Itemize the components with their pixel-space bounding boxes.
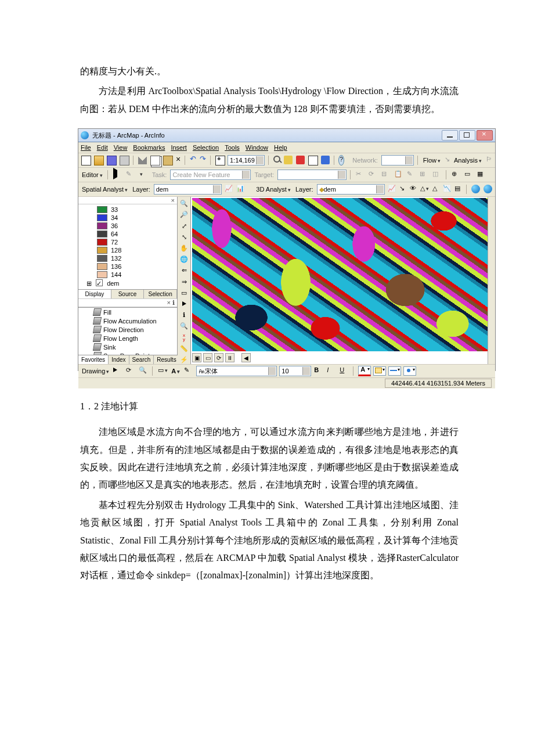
pause-button[interactable]: ⏸ [225, 353, 234, 362]
next-extent-button[interactable]: ⇒ [179, 277, 189, 286]
snap-icon[interactable]: ⊞ [419, 170, 430, 180]
hyperlink-button[interactable]: ⚡ [179, 355, 189, 364]
measure-button[interactable]: 📏 [179, 344, 189, 353]
histogram-button[interactable]: 📊 [236, 184, 245, 195]
text-dd[interactable]: A [171, 368, 180, 375]
rotate-icon[interactable]: ⟳ [368, 170, 378, 180]
find-button[interactable]: 🔍 [179, 321, 189, 330]
menu-bookmarks[interactable]: Bookmarks [133, 144, 165, 151]
fixed-zoom-out-button[interactable]: ⤡ [179, 232, 189, 242]
menu-edit[interactable]: Edit [97, 144, 108, 151]
map-canvas[interactable] [192, 198, 488, 351]
dim-button[interactable]: ⊕ [451, 170, 461, 180]
toc-close-button[interactable]: × [78, 197, 177, 204]
model-builder-button[interactable] [320, 155, 330, 165]
menu-file[interactable]: File [81, 144, 91, 151]
font-color-button[interactable]: A [358, 366, 371, 376]
new-button[interactable] [81, 155, 91, 165]
legend-item[interactable]: 72 [80, 238, 176, 246]
arcglobe-button[interactable] [483, 184, 493, 195]
tool-item[interactable]: Flow Direction [78, 325, 177, 334]
window-minimize-button[interactable] [442, 130, 458, 141]
arctoolbox-button[interactable] [295, 155, 305, 165]
grid-button[interactable]: ▦ [477, 170, 487, 180]
window-close-button[interactable] [477, 130, 493, 141]
legend-item[interactable]: 36 [80, 222, 176, 230]
window-maximize-button[interactable] [459, 130, 475, 141]
redo-button[interactable]: ↷ [199, 155, 207, 165]
zoom-in-button[interactable]: 🔍 [179, 199, 189, 208]
prev-extent-button[interactable]: ⇐ [179, 265, 189, 275]
identify-button[interactable]: ℹ [179, 310, 189, 319]
full-extent-button[interactable]: 🌐 [179, 254, 189, 264]
dem-layer-row[interactable]: ⊞ ✓ dem [80, 279, 176, 288]
cut-button[interactable] [138, 155, 147, 165]
window-titlebar[interactable]: 无标题 - ArcMap - ArcInfo [78, 129, 495, 142]
fav-tab-index[interactable]: Index [109, 355, 129, 364]
steepest-icon[interactable]: ↘ [399, 184, 407, 195]
task-combo[interactable]: Create New Feature [170, 170, 251, 180]
analysis-menu[interactable]: Analysis [454, 157, 482, 164]
select-elements-button[interactable] [179, 299, 189, 308]
contour3d-icon[interactable]: 📈 [387, 184, 396, 195]
flow-menu[interactable]: Flow [423, 157, 441, 164]
fav-tab-results[interactable]: Results [154, 355, 179, 364]
editor-menu[interactable]: Editor [82, 171, 103, 178]
menu-view[interactable]: View [114, 144, 128, 151]
target-combo[interactable] [277, 170, 347, 180]
fill-color-button[interactable] [373, 366, 386, 376]
map-view[interactable]: ▣ ▭ ⟳ ⏸ ◀ [191, 197, 495, 364]
fav-tab-favorites[interactable]: Favorites [78, 355, 109, 364]
sa-layer-combo[interactable]: dem [154, 184, 222, 195]
command-line-button[interactable] [308, 155, 318, 165]
legend-item[interactable]: 132 [80, 254, 176, 262]
interp-dd[interactable]: △ [420, 184, 430, 195]
spatial-analyst-menu[interactable]: Spatial Analyst [82, 186, 128, 193]
fixed-zoom-in-button[interactable]: ⤢ [179, 221, 189, 231]
rotate-button[interactable]: ⟳ [125, 366, 136, 376]
los-icon[interactable]: 👁 [409, 184, 417, 195]
open-button[interactable] [93, 155, 104, 165]
tool-item[interactable]: Flow Accumulation [78, 316, 177, 325]
copy-button[interactable] [150, 155, 160, 165]
menu-help[interactable]: Help [274, 144, 287, 151]
3d-analyst-menu[interactable]: 3D Analyst [256, 186, 291, 193]
toc-tab-source[interactable]: Source [111, 290, 145, 298]
scroll-left-button[interactable]: ◀ [241, 353, 251, 362]
arccatalog-button[interactable] [283, 155, 293, 165]
select-element-button[interactable] [113, 366, 123, 376]
menu-window[interactable]: Window [246, 144, 268, 151]
zoom-out-button[interactable]: 🔎 [179, 210, 189, 219]
fav-tab-search[interactable]: Search [129, 355, 154, 364]
add-data-button[interactable] [215, 155, 225, 165]
whats-this-button[interactable]: ? [338, 155, 344, 165]
graph-icon[interactable]: 📉 [442, 184, 452, 195]
italic-button[interactable]: I [326, 366, 337, 376]
menu-selection[interactable]: Selection [193, 144, 219, 151]
menu-insert[interactable]: Insert [171, 144, 187, 151]
attr-icon[interactable]: 📋 [394, 170, 404, 180]
sketch-tool-icon[interactable]: ✎ [125, 170, 136, 180]
font-size-combo[interactable]: 10 [279, 366, 311, 376]
map-scrollbar-vertical[interactable] [488, 197, 495, 364]
rect-button[interactable]: ▭ [464, 170, 474, 180]
layer-view-icon[interactable]: ▤ [454, 184, 462, 195]
drawing-menu[interactable]: Drawing [82, 368, 109, 375]
sketch-prop-icon[interactable]: ✎ [406, 170, 417, 180]
undo-button[interactable]: ↶ [189, 155, 197, 165]
zoom-draw-button[interactable]: 🔍 [138, 366, 149, 376]
3d-layer-combo[interactable]: ◆ dem [317, 184, 385, 195]
tool-item[interactable]: Sink [78, 343, 177, 351]
toolbox-close-button[interactable]: × ℹ [78, 298, 177, 307]
marker-color-button[interactable] [403, 366, 416, 376]
edit-vertices-button[interactable]: ✎ [183, 366, 194, 376]
legend-item[interactable]: 33 [80, 206, 176, 214]
shape-dd[interactable]: ▭ [157, 366, 168, 376]
save-button[interactable] [106, 155, 117, 165]
network-combo[interactable] [381, 155, 414, 165]
legend-item[interactable]: 136 [80, 262, 176, 271]
xy-button[interactable]: xy [179, 333, 189, 342]
contour-button[interactable]: 📈 [224, 184, 233, 195]
toc-tab-selection[interactable]: Selection [144, 290, 177, 298]
split-icon[interactable]: ⊟ [381, 170, 391, 180]
